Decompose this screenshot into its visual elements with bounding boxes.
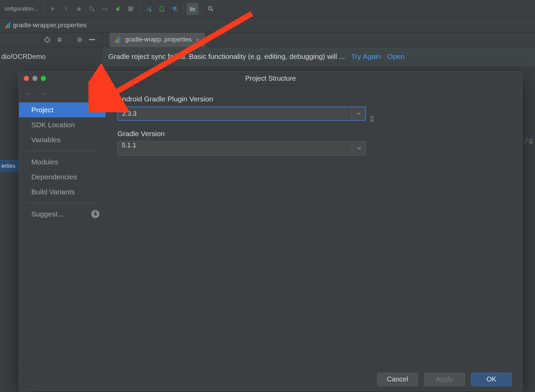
svg-point-0 [77, 7, 81, 11]
sidebar-item-suggestions[interactable]: Suggest... 4 [19, 207, 106, 222]
svg-rect-3 [128, 6, 133, 11]
nav-fwd-icon[interactable]: → [39, 89, 47, 98]
stop-icon[interactable] [125, 3, 137, 15]
svg-rect-12 [89, 39, 95, 40]
gradle-file-icon [115, 37, 120, 43]
sidebar-item-variables[interactable]: Variables [19, 132, 106, 147]
svg-point-11 [79, 39, 81, 41]
open-link[interactable]: Open [387, 52, 405, 61]
left-gutter [0, 66, 19, 392]
sync-warning-bar: Gradle roject sync failed. Basic functio… [102, 47, 535, 66]
dialog-title: Project Structure [19, 75, 522, 82]
dialog-footer: Cancel Apply OK [19, 367, 522, 391]
gradle-version-combo[interactable]: 5.1.1 [117, 141, 366, 156]
project-structure-icon[interactable] [187, 3, 199, 15]
sync-icon[interactable] [143, 3, 155, 15]
run-config-dropdown[interactable]: onfiguration... [1, 4, 41, 13]
gradle-file-icon [5, 22, 10, 28]
content-header: dio/OCRDemo Gradle roject sync failed. B… [0, 47, 535, 66]
sidebar-item-sdk[interactable]: SDK Location [19, 117, 106, 132]
avd-icon[interactable] [156, 3, 168, 15]
svg-rect-8 [194, 9, 195, 11]
agp-version-input[interactable] [118, 107, 352, 120]
chevron-down-icon[interactable] [352, 142, 366, 155]
editor-tab-label: gradle-wrapp .properties [125, 36, 192, 43]
sidebar-item-dependencies[interactable]: Dependencies [19, 169, 106, 184]
field-indicator: ▯ [370, 114, 374, 122]
apply-icon[interactable] [60, 3, 72, 15]
coverage-icon[interactable] [86, 3, 98, 15]
dialog-sidebar: ← → Project SDK Location Variables Modul… [19, 85, 106, 367]
breadcrumb[interactable]: dio/OCRDemo [0, 47, 102, 66]
separator [26, 203, 99, 203]
separator [183, 4, 184, 14]
sidebar-item-build-variants[interactable]: Build Variants [19, 184, 106, 199]
svg-point-4 [149, 10, 151, 12]
target-icon[interactable] [44, 36, 51, 44]
apply-button[interactable]: Apply [424, 373, 465, 386]
search-icon[interactable] [205, 3, 217, 15]
agp-version-combo[interactable] [117, 107, 366, 121]
agp-label: Android Gradle Plugin Version [117, 95, 510, 103]
debug-icon[interactable] [73, 3, 85, 15]
gear-icon[interactable] [76, 36, 83, 44]
svg-point-1 [93, 10, 95, 12]
cancel-button[interactable]: Cancel [377, 373, 418, 386]
profile-icon[interactable] [99, 3, 111, 15]
nav-back-icon[interactable]: ← [25, 89, 33, 98]
editor-tab[interactable]: gradle-wrapp .properties ✕ [110, 33, 206, 47]
close-icon[interactable]: ✕ [196, 37, 200, 43]
gradle-version-value[interactable]: 5.1.1 [118, 142, 352, 155]
svg-point-9 [208, 6, 212, 10]
separator [44, 4, 44, 14]
hide-icon[interactable] [88, 36, 96, 44]
suggestions-badge: 4 [91, 210, 99, 218]
separator [69, 36, 70, 44]
separator [201, 4, 202, 14]
file-tab-label: gradle-wrapper.properties [13, 21, 87, 29]
svg-point-6 [161, 10, 162, 11]
panel-tool-row: gradle-wrapp .properties ✕ [0, 33, 535, 47]
gradle-label: Gradle Version [117, 130, 510, 138]
project-structure-dialog: Project Structure ← → Project SDK Locati… [19, 71, 522, 391]
try-again-link[interactable]: Try Again [351, 52, 381, 61]
separator [140, 4, 140, 14]
separator [26, 151, 99, 151]
sidebar-item-modules[interactable]: Modules [19, 154, 106, 169]
svg-rect-7 [193, 10, 194, 11]
attach-icon[interactable] [112, 3, 124, 15]
gutter-selected-item[interactable]: erties [0, 160, 19, 172]
code-fragment: /g [524, 136, 533, 145]
collapse-icon[interactable] [56, 36, 63, 44]
dialog-titlebar[interactable]: Project Structure [19, 72, 522, 85]
ok-button[interactable]: OK [471, 373, 512, 386]
run-icon[interactable] [47, 3, 59, 15]
open-file-tab[interactable]: gradle-wrapper.properties [0, 18, 535, 33]
chevron-down-icon[interactable] [352, 107, 365, 120]
sdk-icon[interactable] [168, 3, 181, 15]
main-toolbar: onfiguration... [0, 0, 535, 18]
dialog-main: Android Gradle Plugin Version ▯ Gradle V… [106, 85, 522, 367]
sidebar-item-project[interactable]: Project [19, 102, 106, 117]
warning-text: Gradle roject sync failed. Basic functio… [108, 52, 345, 61]
